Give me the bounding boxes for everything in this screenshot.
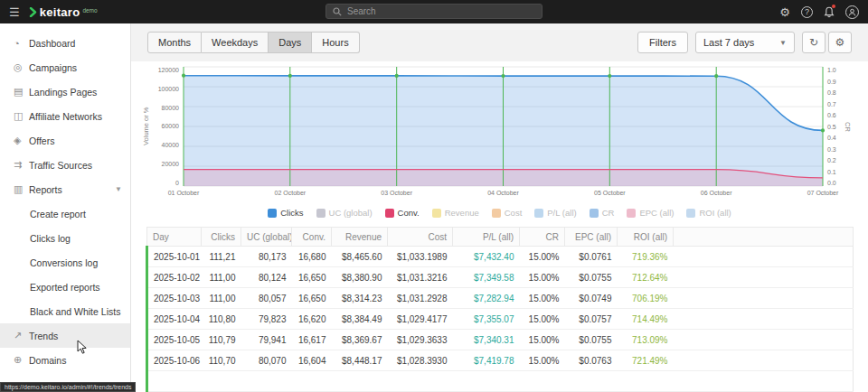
table-cell: $7,340.31 — [453, 330, 520, 350]
keitaro-logo[interactable]: keitaro demo — [29, 5, 98, 19]
hamburger-menu-icon[interactable]: ☰ — [9, 6, 20, 18]
sidebar-item-exported-reports[interactable]: Exported reports — [0, 275, 130, 299]
table-cell: 719.36% — [618, 247, 674, 267]
table-cell: 16,650 — [292, 267, 332, 288]
global-search[interactable] — [326, 4, 542, 19]
sidebar-item-label: Create report — [30, 209, 86, 219]
table-cell: 2025-10-05 — [147, 330, 202, 350]
help-icon[interactable]: ? — [801, 6, 813, 18]
x-tick-label: 06 October — [701, 190, 732, 196]
sidebar-item-reports[interactable]: ▥Reports▼ — [0, 177, 130, 201]
user-avatar[interactable] — [845, 5, 859, 19]
tab-days[interactable]: Days — [269, 32, 312, 53]
sidebar-item-trends[interactable]: ↗Trends — [0, 323, 130, 348]
table-cell: 111,00 — [202, 267, 241, 288]
table-cell: 713.09% — [618, 330, 674, 350]
table-row[interactable]: 2025-10-05110,7979,94116,617$8,369.67$1,… — [147, 330, 854, 350]
table-cell: 2025-10-03 — [147, 288, 202, 309]
table-cell: $8,448.17 — [332, 350, 388, 371]
legend-item-epc-all[interactable]: EPC (all) — [627, 208, 674, 218]
y-tick-label: 80000 — [151, 105, 179, 111]
sidebar-item-traffic-sources[interactable]: ⇉Traffic Sources — [0, 153, 130, 177]
legend-item-roi-all[interactable]: ROI (all) — [686, 208, 731, 218]
sidebar-item-domains[interactable]: ⊕Domains — [0, 348, 130, 372]
sidebar-item-landings-pages[interactable]: ▤Landings Pages — [0, 79, 130, 104]
x-tick-label: 01 October — [168, 190, 200, 196]
column-header-p-l-all[interactable]: P/L (all) — [453, 228, 520, 247]
column-header-conv[interactable]: Conv. — [292, 228, 332, 247]
logo-text: keitaro — [40, 5, 80, 19]
filters-button[interactable]: Filters — [637, 32, 688, 53]
tab-hours[interactable]: Hours — [312, 32, 359, 53]
sidebar-item-affiliate-networks[interactable]: ◫Affiliate Networks — [0, 104, 130, 128]
table-row[interactable] — [147, 371, 854, 392]
y-tick-label: 100000 — [151, 86, 179, 92]
tab-months[interactable]: Months — [147, 32, 202, 53]
column-header-clicks[interactable]: Clicks — [202, 228, 241, 247]
sidebar-item-dashboard[interactable]: ◔Dashboard — [0, 31, 130, 55]
sidebar-item-label: Dashboard — [29, 38, 75, 49]
table-row[interactable]: 2025-10-02111,0080,12416,650$8,380.90$1,… — [147, 267, 854, 288]
table-row[interactable]: 2025-10-01111,2180,17316,680$8,465.60$1,… — [147, 247, 854, 267]
table-cell: $8,380.90 — [332, 267, 388, 288]
legend-item-revenue[interactable]: Revenue — [432, 208, 479, 218]
report-toolbar: MonthsWeekdaysDaysHours Filters Last 7 d… — [131, 23, 868, 61]
table-cell — [332, 371, 388, 392]
table-cell: 15.00% — [520, 267, 565, 288]
refresh-button[interactable]: ↻ — [802, 32, 826, 53]
legend-item-cost[interactable]: Cost — [492, 208, 523, 218]
chart-settings-button[interactable]: ⚙ — [828, 32, 852, 53]
sidebar-item-campaigns[interactable]: ◎Campaigns — [0, 55, 130, 79]
table-cell: $1,031.3216 — [388, 267, 453, 288]
y-tick-label: 1.0 — [827, 67, 843, 73]
table-cell: $1,029.3633 — [388, 330, 453, 350]
column-header-roi-all[interactable]: ROI (all) — [618, 228, 674, 247]
notifications-bell-icon[interactable] — [824, 6, 835, 18]
settings-gear-icon[interactable]: ⚙ — [779, 6, 790, 18]
interval-tabs: MonthsWeekdaysDaysHours — [147, 32, 360, 53]
table-cell — [202, 371, 241, 392]
y-axis-ticks-left: 120000100000800006000040000200000 — [151, 67, 184, 186]
dashboard-icon: ◔ — [14, 38, 29, 49]
notification-dot — [832, 5, 835, 8]
table-row[interactable]: 2025-10-06110,7080,07016,604$8,448.17$1,… — [147, 350, 854, 371]
table-cell: 714.49% — [618, 309, 674, 330]
legend-swatch — [590, 209, 599, 218]
sidebar-item-label: Traffic Sources — [29, 160, 92, 171]
sidebar-item-label: Clicks log — [30, 233, 71, 244]
y-tick-label: 120000 — [151, 67, 179, 73]
column-header-uc-global[interactable]: UC (global) — [241, 228, 292, 247]
legend-item-p-l-all[interactable]: P/L (all) — [534, 208, 576, 218]
tab-weekdays[interactable]: Weekdays — [202, 32, 269, 53]
table-cell: 110,70 — [202, 350, 241, 371]
table-cell: $1,033.1989 — [388, 247, 453, 267]
legend-item-cr[interactable]: CR — [590, 208, 615, 218]
date-range-select[interactable]: Last 7 days ▼ — [695, 32, 795, 53]
sidebar-item-create-report[interactable]: Create report — [0, 201, 130, 226]
chart-plot-area[interactable] — [184, 67, 823, 186]
search-input[interactable] — [347, 6, 535, 16]
table-row[interactable]: 2025-10-03111,0080,05716,650$8,314.23$1,… — [147, 288, 854, 309]
table-cell — [292, 371, 332, 392]
legend-item-clicks[interactable]: Clicks — [268, 208, 303, 218]
legend-item-uc-global[interactable]: UC (global) — [316, 208, 373, 218]
sidebar-item-offers[interactable]: ◈Offers — [0, 128, 130, 153]
column-header-spacer — [674, 228, 854, 247]
sidebar-item-clicks-log[interactable]: Clicks log — [0, 226, 130, 250]
table-row[interactable]: 2025-10-04110,8079,82316,620$8,384.49$1,… — [147, 309, 854, 330]
column-header-epc-all[interactable]: EPC (all) — [565, 228, 618, 247]
table-cell: $1,031.2928 — [388, 288, 453, 309]
column-header-day[interactable]: Day — [147, 228, 202, 247]
column-header-cr[interactable]: CR — [520, 228, 565, 247]
y-tick-label: 40000 — [151, 142, 179, 148]
table-cell: 80,070 — [241, 350, 292, 371]
sidebar-item-black-and-white-lists[interactable]: Black and White Lists — [0, 299, 130, 323]
y-tick-label: 0.0 — [827, 180, 843, 186]
table-cell: 79,823 — [241, 309, 292, 330]
legend-swatch — [432, 209, 441, 218]
column-header-revenue[interactable]: Revenue — [332, 228, 388, 247]
legend-label: EPC (all) — [639, 208, 674, 218]
legend-item-conv[interactable]: Conv. — [385, 208, 420, 218]
column-header-cost[interactable]: Cost — [388, 228, 453, 247]
sidebar-item-conversions-log[interactable]: Conversions log — [0, 250, 130, 275]
